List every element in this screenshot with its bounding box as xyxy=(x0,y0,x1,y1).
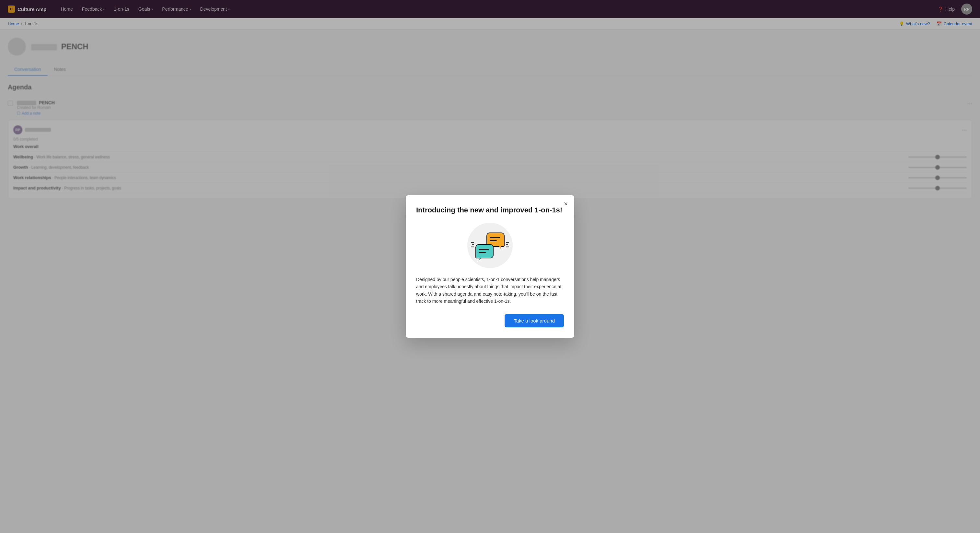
modal-dialog: × Introducing the new and improved 1-on-… xyxy=(406,195,574,211)
modal-close-button[interactable]: × xyxy=(564,200,568,207)
modal-overlay: × Introducing the new and improved 1-on-… xyxy=(0,0,980,211)
modal-title: Introducing the new and improved 1-on-1s… xyxy=(416,206,564,211)
